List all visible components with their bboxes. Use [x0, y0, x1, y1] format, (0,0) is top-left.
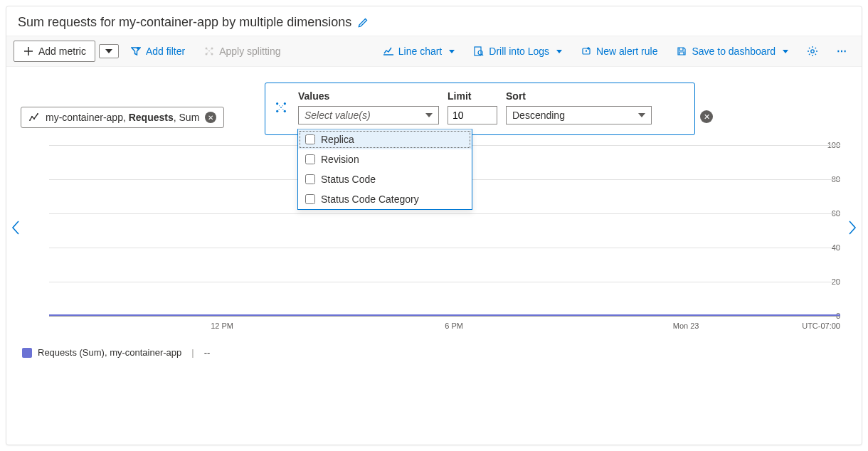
- limit-label: Limit: [448, 90, 497, 102]
- chart-area: my-container-app, Requests, Sum ✕ Values…: [6, 67, 862, 337]
- chevron-down-icon: [449, 50, 455, 53]
- add-metric-dropdown[interactable]: [99, 44, 119, 58]
- nav-left-button[interactable]: [11, 220, 21, 235]
- x-axis: 12 PM 6 PM Mon 23 UTC-07:00: [49, 322, 840, 330]
- data-series-line: [49, 314, 840, 316]
- new-alert-button[interactable]: New alert rule: [573, 41, 665, 61]
- gear-icon: [807, 46, 818, 57]
- sort-value: Descending: [512, 110, 565, 121]
- x-tick: 12 PM: [106, 322, 338, 330]
- metrics-card: Sum requests for my-container-app by mul…: [6, 6, 862, 445]
- save-icon: [676, 46, 687, 57]
- values-placeholder: Select value(s): [305, 110, 371, 121]
- values-select[interactable]: Select value(s): [298, 106, 439, 124]
- line-chart-icon: [383, 46, 394, 57]
- line-chart-label: Line chart: [398, 46, 442, 57]
- save-dashboard-label: Save to dashboard: [692, 46, 776, 57]
- values-column: Values Select value(s) Replica Revision: [298, 90, 439, 124]
- dropdown-item-revision[interactable]: Revision: [298, 149, 472, 169]
- dropdown-item-status-code[interactable]: Status Code: [298, 169, 472, 189]
- splitting-disabled-icon: [203, 46, 215, 57]
- sort-label: Sort: [506, 90, 652, 102]
- chevron-down-icon: [638, 113, 645, 117]
- metric-chip-icon: [28, 112, 40, 123]
- chart-title: Sum requests for my-container-app by mul…: [18, 15, 351, 30]
- remove-metric-icon[interactable]: ✕: [205, 112, 216, 123]
- filter-icon: [130, 46, 142, 57]
- card-header: Sum requests for my-container-app by mul…: [6, 6, 862, 36]
- drill-logs-icon: [473, 46, 485, 57]
- dropdown-item-status-code-category[interactable]: Status Code Category: [298, 189, 472, 209]
- toolbar: Add metric Add filter Apply splitting Li…: [6, 36, 862, 67]
- svg-rect-4: [475, 47, 481, 55]
- nav-right-button[interactable]: [847, 220, 857, 235]
- svg-point-9: [31, 116, 33, 117]
- legend: Requests (Sum), my-container-app | --: [6, 337, 862, 368]
- dropdown-item-replica[interactable]: Replica: [298, 129, 472, 149]
- alert-icon: [581, 46, 592, 57]
- splitting-icon: [275, 102, 287, 113]
- add-filter-label: Add filter: [146, 46, 185, 57]
- timezone-label: UTC-07:00: [802, 322, 840, 330]
- drill-logs-button[interactable]: Drill into Logs: [466, 41, 569, 61]
- add-filter-button[interactable]: Add filter: [123, 41, 192, 61]
- legend-value: --: [204, 347, 211, 358]
- svg-point-7: [811, 50, 814, 53]
- x-tick: Mon 23: [570, 322, 802, 330]
- legend-swatch: [22, 348, 32, 358]
- x-tick: 6 PM: [338, 322, 570, 330]
- checkbox-status-code[interactable]: [305, 174, 315, 184]
- sort-column: Sort Descending: [506, 90, 652, 124]
- chevron-down-icon: [556, 50, 562, 53]
- remove-splitting-icon[interactable]: ✕: [700, 110, 713, 123]
- checkbox-revision[interactable]: [305, 154, 315, 164]
- new-alert-label: New alert rule: [596, 46, 657, 57]
- edit-title-icon[interactable]: [357, 17, 369, 28]
- apply-splitting-label: Apply splitting: [219, 46, 280, 57]
- add-metric-label: Add metric: [38, 46, 86, 57]
- settings-button[interactable]: [800, 41, 825, 61]
- save-dashboard-button[interactable]: Save to dashboard: [669, 41, 795, 61]
- metric-chip-text: my-container-app, Requests, Sum: [46, 112, 199, 123]
- values-label: Values: [298, 90, 439, 102]
- drill-logs-label: Drill into Logs: [489, 46, 549, 57]
- legend-text: Requests (Sum), my-container-app: [38, 347, 181, 358]
- chevron-down-icon: [783, 50, 788, 53]
- limit-input[interactable]: [448, 106, 497, 124]
- chevron-left-icon: [11, 220, 21, 235]
- more-icon: ⋯: [837, 46, 847, 57]
- sort-select[interactable]: Descending: [506, 106, 652, 124]
- svg-point-11: [37, 113, 38, 115]
- splitting-panel: Values Select value(s) Replica Revision: [265, 83, 695, 135]
- apply-splitting-button: Apply splitting: [196, 41, 287, 61]
- svg-point-8: [29, 120, 31, 121]
- line-chart-button[interactable]: Line chart: [376, 41, 462, 61]
- chevron-down-icon: [425, 113, 433, 117]
- chevron-down-icon: [105, 49, 112, 53]
- values-dropdown: Replica Revision Status Code Status Code…: [297, 129, 472, 210]
- add-metric-button[interactable]: Add metric: [14, 41, 95, 62]
- chevron-right-icon: [847, 220, 857, 235]
- svg-point-10: [33, 118, 35, 120]
- checkbox-replica[interactable]: [305, 134, 315, 144]
- limit-column: Limit: [448, 90, 497, 124]
- metric-chip[interactable]: my-container-app, Requests, Sum ✕: [21, 107, 224, 128]
- more-button[interactable]: ⋯: [830, 41, 854, 61]
- plus-icon: [23, 46, 34, 57]
- checkbox-status-code-category[interactable]: [305, 194, 315, 204]
